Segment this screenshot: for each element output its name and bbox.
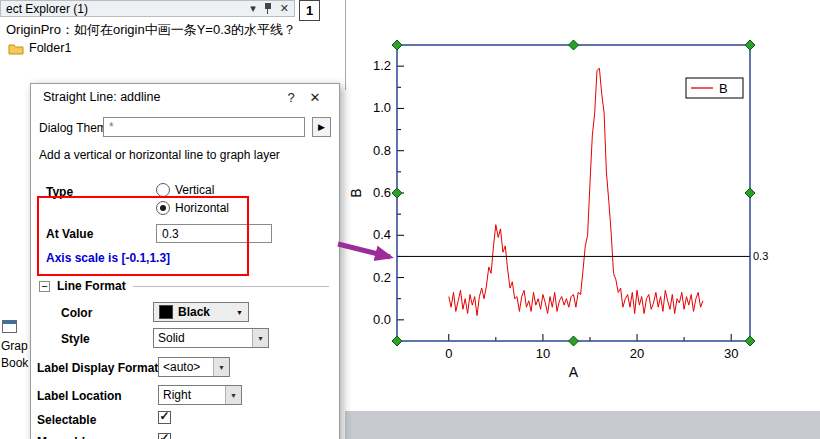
selectable-checkbox[interactable]: ✓	[158, 411, 171, 424]
radio-horizontal-label: Horizontal	[175, 201, 229, 215]
selection-handle[interactable]	[745, 40, 755, 50]
dialog-description: Add a vertical or horizontal line to gra…	[39, 148, 280, 162]
graph-window-icon	[2, 320, 17, 333]
y-tick-label: 1.2	[373, 58, 391, 73]
style-label: Style	[61, 332, 90, 346]
dialog-title: Straight Line: addline	[43, 90, 279, 104]
x-tick-label: 30	[724, 346, 738, 361]
project-explorer-title: ect Explorer (1)	[6, 2, 88, 16]
x-tick-label: 0	[445, 346, 452, 361]
theme-flyout-button[interactable]: ▶	[312, 117, 331, 137]
line-format-section-header[interactable]: − Line Format	[39, 279, 329, 293]
label-location-dropdown[interactable]: Right ▼	[158, 385, 242, 405]
at-value-text: 0.3	[162, 227, 179, 241]
dialog-titlebar[interactable]: Straight Line: addline ? ✕	[31, 84, 339, 110]
type-label: Type	[46, 185, 73, 199]
check-icon: ✓	[159, 433, 170, 439]
explorer-bottom-items: Grap Book	[0, 320, 30, 370]
at-value-label: At Value	[46, 227, 93, 241]
page-number-badge: 1	[299, 0, 320, 21]
dialog-theme-input[interactable]: *	[103, 117, 305, 137]
question-text: OriginPro：如何在origin中画一条Y=0.3的水平线？	[6, 21, 294, 39]
color-label: Color	[61, 306, 92, 320]
dialog-close-button[interactable]: ✕	[303, 90, 327, 105]
section-divider	[133, 286, 329, 287]
label-display-format-value: <auto>	[159, 358, 213, 376]
reference-line-label: 0.3	[753, 250, 768, 262]
project-explorer-titlebar[interactable]: ect Explorer (1) ▾ ✕	[0, 0, 295, 17]
flyout-arrow-icon: ▶	[318, 122, 325, 132]
selection-handle[interactable]	[569, 40, 579, 50]
folder-icon	[8, 42, 24, 55]
dialog-help-button[interactable]: ?	[279, 90, 303, 105]
origin-screen: ect Explorer (1) ▾ ✕ OriginPro：如何在origin…	[0, 0, 820, 439]
folder-label: Folder1	[29, 41, 71, 55]
selection-handle[interactable]	[569, 336, 579, 346]
style-value: Solid	[154, 329, 252, 347]
legend-label: B	[719, 81, 728, 96]
y-axis-title: B	[348, 188, 364, 197]
book-item-label[interactable]: Book	[1, 356, 30, 370]
label-display-format-dropdown[interactable]: <auto> ▼	[158, 357, 230, 377]
selection-handle[interactable]	[745, 188, 755, 198]
y-tick-label: 0.0	[373, 312, 391, 327]
selection-handle[interactable]	[745, 336, 755, 346]
graph-item-label[interactable]: Grap	[1, 339, 30, 353]
selectable-label: Selectable	[37, 413, 96, 427]
selection-handle[interactable]	[392, 336, 402, 346]
radio-vertical-label: Vertical	[175, 183, 214, 197]
dropdown-arrow-icon: ▼	[225, 386, 241, 404]
arrow-shaft	[338, 244, 390, 257]
selection-handle[interactable]	[392, 188, 402, 198]
check-icon: ✓	[159, 411, 170, 422]
addline-dialog: Straight Line: addline ? ✕ Dialog Theme …	[30, 83, 340, 439]
folder-item[interactable]: Folder1	[8, 41, 71, 55]
label-display-format-label: Label Display Format	[37, 361, 158, 375]
dropdown-arrow-icon: ▼	[252, 329, 268, 347]
annotation-arrow	[330, 232, 415, 277]
radio-vertical[interactable]: Vertical	[156, 183, 214, 197]
window-bottom-bar	[345, 411, 820, 439]
moveable-label: Moveable	[37, 435, 92, 439]
label-location-label: Label Location	[37, 389, 122, 403]
dropdown-arrow-icon: ▼	[213, 358, 229, 376]
color-dropdown[interactable]: Black ▼	[153, 302, 249, 322]
y-tick-label: 1.0	[373, 100, 391, 115]
color-value: Black	[178, 305, 210, 319]
line-format-label: Line Format	[57, 279, 126, 293]
selection-handle[interactable]	[392, 40, 402, 50]
style-dropdown[interactable]: Solid ▼	[153, 328, 269, 348]
y-tick-label: 0.6	[373, 185, 391, 200]
label-location-value: Right	[159, 386, 225, 404]
color-swatch-black	[159, 305, 173, 319]
panel-menu-arrow-icon[interactable]: ▾	[250, 3, 256, 14]
graph-layer[interactable]: 01020300.00.20.40.60.81.01.20.3BAB	[346, 0, 820, 410]
collapse-minus-icon[interactable]: −	[39, 281, 50, 292]
radio-horizontal[interactable]: Horizontal	[156, 201, 229, 215]
y-tick-label: 0.8	[373, 143, 391, 158]
radio-horizontal-circle[interactable]	[156, 201, 170, 215]
x-tick-label: 20	[630, 346, 644, 361]
at-value-input[interactable]: 0.3	[156, 224, 272, 243]
x-tick-label: 10	[536, 346, 550, 361]
radio-vertical-circle[interactable]	[156, 183, 170, 197]
moveable-checkbox[interactable]: ✓	[158, 433, 171, 439]
x-axis-title: A	[569, 364, 579, 380]
data-series-line[interactable]	[449, 68, 703, 315]
close-icon[interactable]: ✕	[280, 3, 289, 14]
pin-icon[interactable]	[264, 3, 272, 14]
dialog-theme-value: *	[109, 120, 114, 134]
dropdown-arrow-icon: ▼	[236, 309, 243, 316]
axis-scale-note: Axis scale is [-0.1,1.3]	[46, 251, 170, 265]
